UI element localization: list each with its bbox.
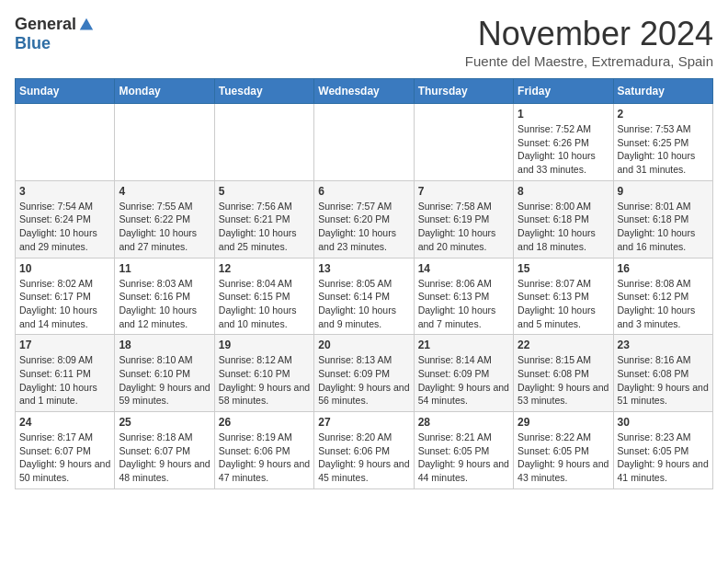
day-info: Sunrise: 7:56 AM Sunset: 6:21 PM Dayligh… (219, 200, 310, 254)
day-info: Sunrise: 8:03 AM Sunset: 6:16 PM Dayligh… (119, 277, 210, 331)
day-number: 20 (318, 339, 409, 351)
day-number: 12 (219, 262, 310, 275)
day-info: Sunrise: 7:58 AM Sunset: 6:19 PM Dayligh… (418, 200, 509, 254)
day-info: Sunrise: 8:18 AM Sunset: 6:07 PM Dayligh… (119, 431, 210, 485)
page-header: General Blue November 2024 Fuente del Ma… (15, 15, 713, 69)
calendar-cell: 19Sunrise: 8:12 AM Sunset: 6:10 PM Dayli… (214, 335, 313, 412)
calendar-cell: 23Sunrise: 8:16 AM Sunset: 6:08 PM Dayli… (613, 335, 712, 412)
day-number: 10 (19, 262, 110, 275)
day-info: Sunrise: 8:19 AM Sunset: 6:06 PM Dayligh… (219, 431, 310, 485)
day-info: Sunrise: 8:13 AM Sunset: 6:09 PM Dayligh… (318, 353, 409, 408)
day-number: 27 (318, 416, 409, 429)
calendar-cell (214, 104, 313, 181)
calendar-week-row: 1Sunrise: 7:52 AM Sunset: 6:26 PM Daylig… (16, 104, 713, 181)
day-info: Sunrise: 8:12 AM Sunset: 6:10 PM Dayligh… (219, 353, 310, 408)
calendar-header-row: SundayMondayTuesdayWednesdayThursdayFrid… (16, 79, 713, 104)
day-info: Sunrise: 8:09 AM Sunset: 6:11 PM Dayligh… (19, 353, 110, 408)
day-info: Sunrise: 8:10 AM Sunset: 6:10 PM Dayligh… (119, 353, 210, 408)
calendar-cell (314, 104, 414, 181)
day-info: Sunrise: 8:04 AM Sunset: 6:15 PM Dayligh… (219, 277, 310, 331)
day-of-week-header: Tuesday (214, 79, 313, 104)
calendar-cell (16, 104, 115, 181)
day-number: 1 (518, 108, 609, 121)
calendar-cell: 24Sunrise: 8:17 AM Sunset: 6:07 PM Dayli… (16, 412, 115, 489)
day-info: Sunrise: 8:00 AM Sunset: 6:18 PM Dayligh… (518, 200, 609, 254)
calendar-cell: 3Sunrise: 7:54 AM Sunset: 6:24 PM Daylig… (16, 180, 115, 258)
calendar-cell: 22Sunrise: 8:15 AM Sunset: 6:08 PM Dayli… (514, 335, 613, 412)
calendar-week-row: 3Sunrise: 7:54 AM Sunset: 6:24 PM Daylig… (16, 180, 713, 258)
day-number: 2 (618, 108, 709, 121)
day-info: Sunrise: 8:17 AM Sunset: 6:07 PM Dayligh… (19, 431, 110, 485)
day-info: Sunrise: 7:57 AM Sunset: 6:20 PM Dayligh… (318, 200, 409, 254)
calendar-cell: 6Sunrise: 7:57 AM Sunset: 6:20 PM Daylig… (314, 180, 414, 258)
day-info: Sunrise: 8:16 AM Sunset: 6:08 PM Dayligh… (618, 353, 709, 408)
location-subtitle: Fuente del Maestre, Extremadura, Spain (465, 53, 713, 69)
day-info: Sunrise: 8:22 AM Sunset: 6:05 PM Dayligh… (518, 431, 609, 485)
day-number: 9 (618, 185, 709, 198)
day-info: Sunrise: 8:07 AM Sunset: 6:13 PM Dayligh… (518, 277, 609, 331)
day-number: 24 (19, 416, 110, 429)
logo-general-text: General (15, 15, 76, 34)
calendar-cell: 15Sunrise: 8:07 AM Sunset: 6:13 PM Dayli… (514, 258, 613, 335)
day-info: Sunrise: 8:23 AM Sunset: 6:05 PM Dayligh… (618, 431, 709, 485)
day-number: 26 (219, 416, 310, 429)
day-number: 17 (19, 339, 110, 351)
logo-icon (78, 17, 95, 33)
day-of-week-header: Monday (115, 79, 214, 104)
day-of-week-header: Saturday (613, 79, 712, 104)
calendar-cell: 29Sunrise: 8:22 AM Sunset: 6:05 PM Dayli… (514, 412, 613, 489)
calendar-cell: 12Sunrise: 8:04 AM Sunset: 6:15 PM Dayli… (214, 258, 313, 335)
day-number: 23 (618, 339, 709, 351)
day-number: 21 (418, 339, 509, 351)
day-number: 25 (119, 416, 210, 429)
day-number: 30 (618, 416, 709, 429)
day-info: Sunrise: 8:15 AM Sunset: 6:08 PM Dayligh… (518, 353, 609, 408)
calendar-cell: 4Sunrise: 7:55 AM Sunset: 6:22 PM Daylig… (115, 180, 214, 258)
day-of-week-header: Friday (514, 79, 613, 104)
calendar-cell: 27Sunrise: 8:20 AM Sunset: 6:06 PM Dayli… (314, 412, 414, 489)
day-number: 15 (518, 262, 609, 275)
day-number: 19 (219, 339, 310, 351)
day-number: 28 (418, 416, 509, 429)
day-info: Sunrise: 7:52 AM Sunset: 6:26 PM Dayligh… (518, 122, 609, 177)
calendar-cell: 2Sunrise: 7:53 AM Sunset: 6:25 PM Daylig… (613, 104, 712, 181)
calendar-table: SundayMondayTuesdayWednesdayThursdayFrid… (15, 78, 713, 489)
day-number: 16 (618, 262, 709, 275)
day-number: 29 (518, 416, 609, 429)
calendar-week-row: 24Sunrise: 8:17 AM Sunset: 6:07 PM Dayli… (16, 412, 713, 489)
svg-marker-0 (80, 17, 93, 29)
day-info: Sunrise: 7:55 AM Sunset: 6:22 PM Dayligh… (119, 200, 210, 254)
calendar-week-row: 17Sunrise: 8:09 AM Sunset: 6:11 PM Dayli… (16, 335, 713, 412)
calendar-cell: 10Sunrise: 8:02 AM Sunset: 6:17 PM Dayli… (16, 258, 115, 335)
calendar-cell: 21Sunrise: 8:14 AM Sunset: 6:09 PM Dayli… (414, 335, 513, 412)
day-number: 14 (418, 262, 509, 275)
calendar-week-row: 10Sunrise: 8:02 AM Sunset: 6:17 PM Dayli… (16, 258, 713, 335)
logo-blue-text: Blue (15, 34, 51, 53)
day-info: Sunrise: 8:08 AM Sunset: 6:12 PM Dayligh… (618, 277, 709, 331)
calendar-cell: 18Sunrise: 8:10 AM Sunset: 6:10 PM Dayli… (115, 335, 214, 412)
day-info: Sunrise: 8:01 AM Sunset: 6:18 PM Dayligh… (618, 200, 709, 254)
day-of-week-header: Thursday (414, 79, 513, 104)
day-number: 3 (19, 185, 110, 198)
calendar-cell (414, 104, 513, 181)
day-number: 8 (518, 185, 609, 198)
calendar-cell: 13Sunrise: 8:05 AM Sunset: 6:14 PM Dayli… (314, 258, 414, 335)
day-info: Sunrise: 8:21 AM Sunset: 6:05 PM Dayligh… (418, 431, 509, 485)
calendar-cell: 5Sunrise: 7:56 AM Sunset: 6:21 PM Daylig… (214, 180, 313, 258)
calendar-cell (115, 104, 214, 181)
day-info: Sunrise: 8:02 AM Sunset: 6:17 PM Dayligh… (19, 277, 110, 331)
calendar-cell: 16Sunrise: 8:08 AM Sunset: 6:12 PM Dayli… (613, 258, 712, 335)
calendar-cell: 28Sunrise: 8:21 AM Sunset: 6:05 PM Dayli… (414, 412, 513, 489)
day-number: 6 (318, 185, 409, 198)
calendar-cell: 25Sunrise: 8:18 AM Sunset: 6:07 PM Dayli… (115, 412, 214, 489)
calendar-cell: 8Sunrise: 8:00 AM Sunset: 6:18 PM Daylig… (514, 180, 613, 258)
calendar-cell: 9Sunrise: 8:01 AM Sunset: 6:18 PM Daylig… (613, 180, 712, 258)
day-info: Sunrise: 8:05 AM Sunset: 6:14 PM Dayligh… (318, 277, 409, 331)
calendar-cell: 7Sunrise: 7:58 AM Sunset: 6:19 PM Daylig… (414, 180, 513, 258)
calendar-cell: 26Sunrise: 8:19 AM Sunset: 6:06 PM Dayli… (214, 412, 313, 489)
calendar-cell: 14Sunrise: 8:06 AM Sunset: 6:13 PM Dayli… (414, 258, 513, 335)
day-number: 13 (318, 262, 409, 275)
day-number: 4 (119, 185, 210, 198)
day-info: Sunrise: 7:54 AM Sunset: 6:24 PM Dayligh… (19, 200, 110, 254)
calendar-cell: 30Sunrise: 8:23 AM Sunset: 6:05 PM Dayli… (613, 412, 712, 489)
